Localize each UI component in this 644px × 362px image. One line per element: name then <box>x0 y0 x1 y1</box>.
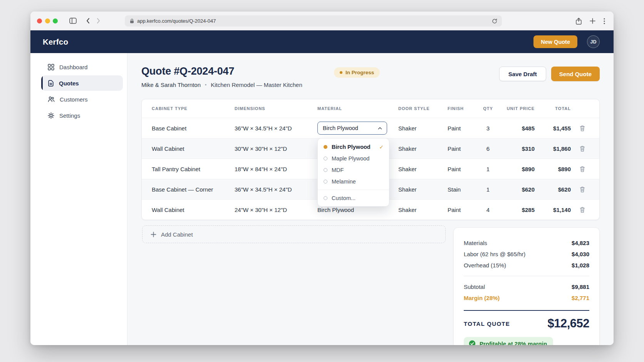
dimensions-cell: 18"W × 84"H × 24"D <box>235 166 317 172</box>
total-cell: $1,140 <box>535 207 571 213</box>
table-row: Base Cabinet 36"W × 34.5"H × 24"D Birch … <box>142 118 599 138</box>
gear-icon <box>48 112 54 119</box>
radio-icon <box>324 168 327 172</box>
new-quote-button[interactable]: New Quote <box>533 35 577 48</box>
save-draft-button[interactable]: Save Draft <box>499 67 546 81</box>
forward-icon[interactable] <box>97 18 101 24</box>
delete-row-button[interactable] <box>578 185 587 194</box>
status-dot-icon <box>340 71 342 74</box>
total-quote-label: TOTAL QUOTE <box>464 320 510 327</box>
page-title: Quote #Q-2024-047 <box>141 65 334 77</box>
browser-chrome: app.kerfco.com/quotes/Q-2024-047 <box>30 12 614 30</box>
dropdown-option-melamine[interactable]: Melamine <box>318 176 389 187</box>
unit-price-cell: $620 <box>500 186 535 193</box>
sidebar-item-label: Quotes <box>59 80 79 87</box>
profitability-badge-label: Profitable at 28% margin <box>480 340 547 345</box>
dropdown-option-label: Custom... <box>332 195 356 201</box>
users-icon <box>48 96 55 102</box>
delete-row-button[interactable] <box>578 144 587 153</box>
delete-row-button[interactable] <box>578 123 587 133</box>
check-icon: ✓ <box>379 144 384 150</box>
sidebar-item-dashboard[interactable]: Dashboard <box>41 59 123 75</box>
summary-label: Overhead (15%) <box>464 260 506 271</box>
sidebar-item-label: Settings <box>59 112 80 119</box>
sidebar-item-label: Dashboard <box>59 64 87 70</box>
door-style-cell: Shaker <box>398 125 448 132</box>
reload-icon[interactable] <box>492 18 497 24</box>
finish-cell: Paint <box>448 125 476 132</box>
radio-icon <box>324 157 327 160</box>
summary-label: Margin (28%) <box>464 292 500 304</box>
profitability-badge: Profitable at 28% margin <box>464 337 553 345</box>
status-badge: In Progress <box>334 67 380 78</box>
door-style-cell: Shaker <box>398 186 448 193</box>
main-content: Quote #Q-2024-047 Mike & Sarah Thornton … <box>127 53 614 345</box>
avatar[interactable]: JD <box>587 35 600 48</box>
qty-cell: 4 <box>476 207 500 213</box>
qty-cell: 1 <box>476 186 500 193</box>
sidebar-item-settings[interactable]: Settings <box>41 108 123 123</box>
radio-selected-icon <box>324 145 327 149</box>
total-cell: $890 <box>535 166 571 172</box>
chevron-up-icon <box>378 127 382 130</box>
grid-icon <box>48 64 54 70</box>
qty-cell: 3 <box>476 125 500 132</box>
column-header: CABINET TYPE <box>152 106 235 111</box>
dropdown-option-custom[interactable]: Custom... <box>318 192 389 204</box>
close-window-icon[interactable] <box>37 18 42 23</box>
delete-row-button[interactable] <box>578 205 587 215</box>
dot-separator: • <box>205 82 206 88</box>
total-quote-value: $12,652 <box>547 317 589 330</box>
finish-cell: Stain <box>448 186 476 193</box>
column-header: QTY <box>476 106 500 111</box>
zoom-window-icon[interactable] <box>53 18 58 23</box>
add-cabinet-label: Add Cabinet <box>161 231 193 238</box>
finish-cell: Paint <box>448 166 476 172</box>
browser-window: app.kerfco.com/quotes/Q-2024-047 Kerfco … <box>30 12 614 345</box>
dropdown-option-mdf[interactable]: MDF <box>318 164 389 176</box>
summary-line-materials: Materials $4,823 <box>464 237 589 249</box>
dropdown-option-label: Melamine <box>332 178 356 185</box>
minimize-window-icon[interactable] <box>45 18 50 23</box>
sidebar-item-quotes[interactable]: Quotes <box>41 75 123 91</box>
traffic-lights <box>37 18 58 23</box>
radio-icon <box>324 196 327 200</box>
quote-summary-panel: Materials $4,823 Labor (62 hrs @ $65/hr)… <box>453 227 600 345</box>
summary-line-labor: Labor (62 hrs @ $65/hr) $4,030 <box>464 249 589 260</box>
radio-icon <box>324 180 327 184</box>
send-quote-button[interactable]: Send Quote <box>551 67 600 81</box>
more-menu-icon[interactable] <box>604 18 605 24</box>
plus-icon <box>151 232 156 237</box>
dimensions-cell: 36"W × 34.5"H × 24"D <box>235 125 317 132</box>
sidebar-item-customers[interactable]: Customers <box>41 92 123 107</box>
material-select-value: Birch Plywood <box>323 125 358 131</box>
dropdown-option-birch-plywood[interactable]: Birch Plywood ✓ <box>318 141 389 153</box>
app-header: Kerfco New Quote JD <box>30 30 614 53</box>
unit-price-cell: $310 <box>500 145 535 152</box>
total-cell: $620 <box>535 186 571 193</box>
dimensions-cell: 36"W × 34.5"H × 24"D <box>235 186 317 193</box>
sidebar-toggle-icon[interactable] <box>69 18 77 24</box>
summary-value: $4,030 <box>572 249 589 260</box>
table-header-row: CABINET TYPE DIMENSIONS MATERIAL DOOR ST… <box>142 99 599 118</box>
new-tab-icon[interactable] <box>590 18 595 24</box>
summary-label: Subtotal <box>464 281 485 292</box>
back-icon[interactable] <box>86 18 90 24</box>
lock-icon <box>130 18 134 23</box>
summary-line-margin: Margin (28%) $2,771 <box>464 292 589 304</box>
delete-row-button[interactable] <box>578 164 587 174</box>
summary-line-subtotal: Subtotal $9,881 <box>464 281 589 292</box>
share-icon[interactable] <box>576 18 582 25</box>
sidebar-item-label: Customers <box>60 96 88 103</box>
dimensions-cell: 24"W × 30"H × 12"D <box>235 207 317 213</box>
url-bar[interactable]: app.kerfco.com/quotes/Q-2024-047 <box>125 15 502 27</box>
unit-price-cell: $285 <box>500 207 535 213</box>
summary-label: Materials <box>464 237 487 249</box>
add-cabinet-button[interactable]: Add Cabinet <box>142 225 446 243</box>
material-cell: Birch Plywood <box>317 207 398 213</box>
dropdown-option-maple-plywood[interactable]: Maple Plywood <box>318 153 389 164</box>
dropdown-option-label: MDF <box>332 167 344 173</box>
summary-label: Labor (62 hrs @ $65/hr) <box>464 249 525 260</box>
material-select[interactable]: Birch Plywood <box>317 122 387 135</box>
finish-cell: Paint <box>448 145 476 152</box>
